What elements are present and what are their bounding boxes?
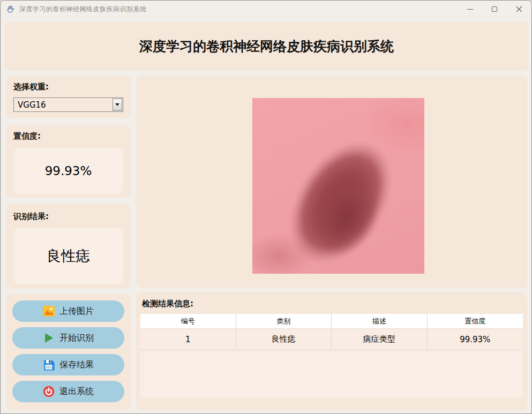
window-title: 深度学习的卷积神经网络皮肤疾病识别系统 [19, 5, 147, 14]
save-results-button[interactable]: 保存结果 [12, 354, 124, 375]
result-label: 识别结果: [13, 212, 123, 222]
save-icon [43, 359, 55, 371]
save-results-label: 保存结果 [59, 359, 94, 371]
window-controls [458, 1, 531, 18]
exit-system-label: 退出系统 [59, 386, 94, 397]
minimize-button[interactable] [458, 1, 482, 18]
detection-results-label: 检测结果信息: [140, 299, 523, 309]
title-bar[interactable]: 深度学习的卷积神经网络皮肤疾病识别系统 [1, 1, 531, 18]
table-header-row: 编号 类别 描述 置信度 [140, 314, 523, 329]
maximize-icon [492, 6, 497, 12]
close-icon [516, 6, 522, 12]
minimize-icon [467, 9, 473, 10]
skin-lesion-image [252, 98, 424, 274]
weights-label: 选择权重: [13, 82, 123, 92]
weights-selected-value: VGG16 [18, 100, 46, 110]
upload-image-button[interactable]: 上传图片 [12, 300, 124, 322]
confidence-label: 置信度: [13, 131, 123, 141]
app-hand-icon [6, 5, 15, 14]
column-header-confidence: 置信度 [428, 314, 523, 329]
header-panel: 深度学习的卷积神经网络皮肤疾病识别系统 [5, 22, 528, 71]
column-header-id: 编号 [140, 314, 236, 329]
power-icon [43, 386, 55, 397]
confidence-value: 99.93% [45, 164, 92, 178]
exit-system-button[interactable]: 退出系统 [12, 381, 124, 402]
actions-panel: 上传图片 开始识别 保存结果 [6, 294, 131, 410]
close-button[interactable] [507, 1, 531, 18]
cell-description: 病症类型 [332, 329, 428, 350]
confidence-value-box: 99.93% [13, 148, 123, 194]
upload-image-label: 上传图片 [59, 306, 94, 317]
image-display-panel [136, 76, 527, 288]
app-window: 深度学习的卷积神经网络皮肤疾病识别系统 深度学习的卷积神经网络皮肤疾病识别系统 … [0, 0, 532, 414]
weights-panel: 选择权重: VGG16 [6, 76, 131, 118]
cell-category: 良性痣 [236, 329, 332, 350]
cell-confidence: 99.93% [428, 329, 523, 350]
result-value-box: 良性痣 [13, 228, 123, 284]
start-recognition-button[interactable]: 开始识别 [12, 327, 124, 349]
chevron-down-icon [115, 103, 119, 106]
column-header-description: 描述 [332, 314, 428, 329]
page-title: 深度学习的卷积神经网络皮肤疾病识别系统 [139, 37, 394, 55]
play-icon [43, 332, 55, 344]
weights-dropdown[interactable]: VGG16 [13, 97, 123, 112]
detection-results-panel: 检测结果信息: 编号 类别 描述 置信度 1 良性痣 病症类型 99.93% [136, 292, 527, 410]
image-upload-icon [43, 305, 55, 317]
results-table: 编号 类别 描述 置信度 1 良性痣 病症类型 99.93% [140, 314, 523, 398]
table-row[interactable]: 1 良性痣 病症类型 99.93% [140, 329, 523, 350]
start-recognition-label: 开始识别 [59, 333, 94, 344]
result-panel: 识别结果: 良性痣 [6, 204, 131, 289]
cell-id: 1 [140, 329, 236, 350]
confidence-panel: 置信度: 99.93% [6, 125, 131, 198]
maximize-button[interactable] [482, 1, 507, 18]
column-header-category: 类别 [236, 314, 332, 329]
dropdown-arrow-button[interactable] [113, 99, 122, 111]
result-value: 良性痣 [47, 246, 90, 266]
